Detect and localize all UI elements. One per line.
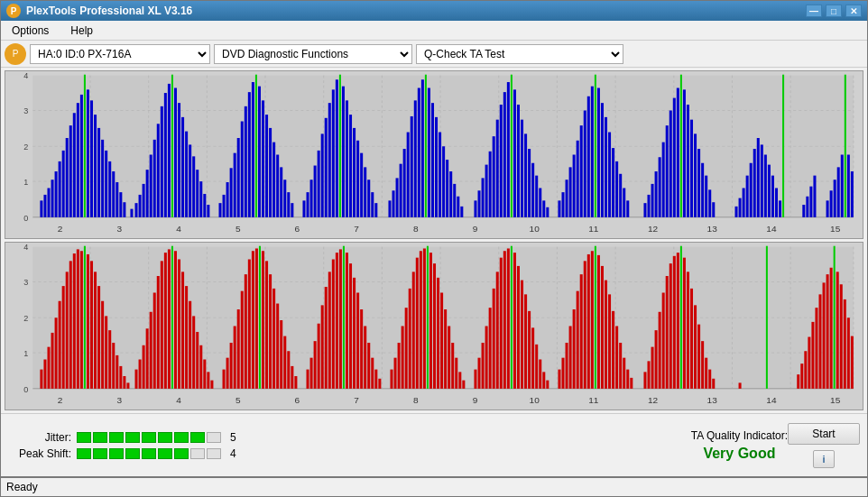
svg-rect-362 xyxy=(437,278,439,389)
svg-rect-408 xyxy=(619,343,622,389)
svg-rect-115 xyxy=(396,178,399,216)
svg-rect-46 xyxy=(115,182,118,217)
svg-rect-176 xyxy=(647,195,650,217)
svg-rect-157 xyxy=(566,179,568,217)
svg-rect-146 xyxy=(517,105,520,217)
svg-rect-49 xyxy=(130,209,133,217)
svg-text:15: 15 xyxy=(830,224,840,234)
svg-rect-192 xyxy=(705,176,707,217)
svg-rect-200 xyxy=(753,149,756,217)
svg-rect-92 xyxy=(302,200,305,217)
svg-rect-411 xyxy=(630,378,633,389)
svg-rect-374 xyxy=(489,308,492,389)
toolbar: P HA:0 ID:0 PX-716A DVD Diagnostic Funct… xyxy=(1,41,867,68)
svg-rect-195 xyxy=(735,207,738,217)
svg-rect-154 xyxy=(546,207,549,217)
svg-rect-281 xyxy=(115,355,118,389)
svg-rect-282 xyxy=(119,366,122,389)
svg-rect-68 xyxy=(199,181,202,217)
svg-rect-287 xyxy=(143,345,145,389)
menu-options[interactable]: Options xyxy=(5,23,56,39)
svg-rect-121 xyxy=(418,88,420,217)
svg-rect-427 xyxy=(697,325,700,389)
svg-rect-294 xyxy=(168,249,171,388)
svg-rect-417 xyxy=(662,293,665,389)
svg-rect-47 xyxy=(119,192,122,217)
svg-rect-336 xyxy=(336,253,338,389)
svg-rect-421 xyxy=(677,253,679,389)
svg-rect-178 xyxy=(655,171,658,217)
svg-rect-29 xyxy=(55,171,58,217)
svg-rect-310 xyxy=(234,327,236,389)
svg-rect-169 xyxy=(608,133,611,217)
peak-shift-seg-3 xyxy=(109,448,124,459)
svg-rect-64 xyxy=(185,132,188,217)
svg-rect-41 xyxy=(97,128,100,217)
test-selector[interactable]: Q-Check TA Test xyxy=(416,44,623,64)
svg-rect-90 xyxy=(287,192,290,217)
svg-rect-145 xyxy=(513,89,516,217)
svg-rect-283 xyxy=(123,376,125,389)
drive-icon: P xyxy=(5,43,26,65)
svg-text:10: 10 xyxy=(530,395,540,405)
jitter-seg-8 xyxy=(190,432,205,443)
svg-rect-120 xyxy=(414,100,417,217)
svg-rect-431 xyxy=(712,379,715,389)
svg-rect-27 xyxy=(47,189,50,217)
peak-shift-seg-5 xyxy=(142,448,156,459)
svg-rect-216 xyxy=(837,167,840,217)
svg-rect-219 xyxy=(847,155,850,217)
drive-selector[interactable]: HA:0 ID:0 PX-716A xyxy=(30,44,210,64)
svg-rect-76 xyxy=(237,138,240,217)
svg-rect-320 xyxy=(269,274,272,389)
function-selector[interactable]: DVD Diagnostic Functions xyxy=(214,44,412,64)
svg-rect-188 xyxy=(690,120,693,217)
svg-rect-331 xyxy=(318,324,320,389)
svg-rect-337 xyxy=(339,249,342,388)
svg-text:11: 11 xyxy=(588,224,598,234)
svg-rect-400 xyxy=(591,251,594,389)
svg-rect-53 xyxy=(146,170,149,217)
svg-rect-426 xyxy=(694,305,697,389)
svg-rect-100 xyxy=(332,89,335,217)
svg-rect-197 xyxy=(743,189,745,217)
svg-rect-98 xyxy=(325,118,328,217)
svg-rect-436 xyxy=(804,351,807,389)
svg-rect-172 xyxy=(619,174,622,217)
svg-rect-288 xyxy=(146,328,149,389)
svg-rect-414 xyxy=(651,347,654,389)
svg-rect-207 xyxy=(779,200,781,217)
svg-rect-89 xyxy=(283,179,286,217)
svg-rect-409 xyxy=(623,358,625,389)
svg-rect-114 xyxy=(392,190,395,217)
menu-help[interactable]: Help xyxy=(63,23,100,39)
svg-rect-52 xyxy=(143,184,145,217)
info-button[interactable]: i xyxy=(813,450,835,468)
svg-rect-422 xyxy=(680,246,682,389)
svg-rect-213 xyxy=(826,200,829,217)
svg-text:5: 5 xyxy=(235,224,241,234)
minimize-button[interactable]: — xyxy=(806,5,822,17)
title-bar-left: P PlexTools Professional XL V3.16 xyxy=(6,4,192,18)
svg-rect-123 xyxy=(425,75,427,217)
svg-rect-202 xyxy=(761,144,763,216)
svg-rect-265 xyxy=(59,301,61,389)
svg-rect-181 xyxy=(666,125,669,217)
close-button[interactable]: ✕ xyxy=(845,5,862,17)
jitter-seg-1 xyxy=(77,432,91,443)
svg-rect-272 xyxy=(84,246,86,389)
svg-rect-279 xyxy=(108,330,111,389)
svg-rect-270 xyxy=(77,249,79,388)
svg-rect-416 xyxy=(659,312,661,389)
svg-rect-267 xyxy=(66,272,69,389)
svg-rect-149 xyxy=(528,149,531,217)
svg-rect-358 xyxy=(423,248,426,388)
svg-rect-83 xyxy=(262,100,264,217)
maximize-button[interactable]: □ xyxy=(826,5,842,17)
peak-shift-seg-7 xyxy=(174,448,189,459)
start-button[interactable]: Start xyxy=(788,423,860,445)
svg-rect-297 xyxy=(178,260,180,389)
svg-rect-379 xyxy=(507,248,510,388)
svg-text:3: 3 xyxy=(23,107,28,116)
ta-quality-section: TA Quality Indicator: Very Good xyxy=(691,429,788,462)
